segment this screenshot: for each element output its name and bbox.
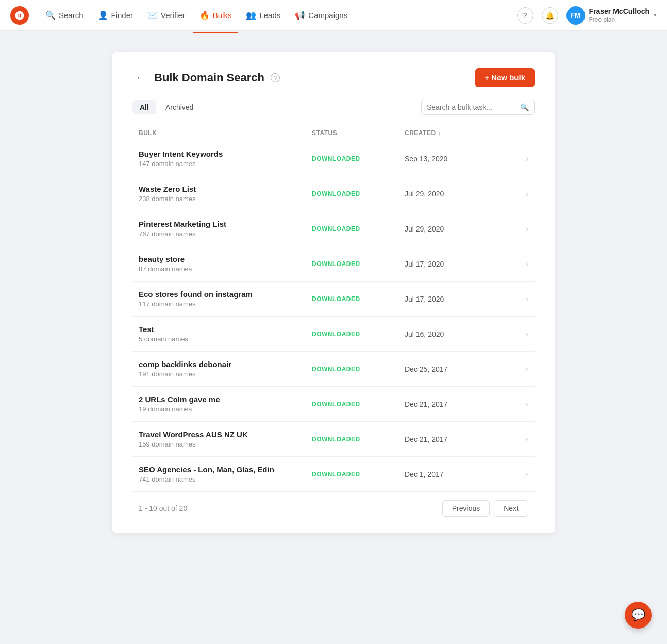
- row-chevron-icon: ›: [508, 259, 528, 269]
- leads-nav-icon: 👥: [246, 10, 256, 20]
- nav-label-leads: Leads: [259, 11, 280, 20]
- search-icon: 🔍: [520, 103, 529, 111]
- row-chevron-icon: ›: [508, 294, 528, 304]
- row-chevron-icon: ›: [508, 435, 528, 444]
- table-row[interactable]: Buyer Intent Keywords 147 domain names D…: [132, 141, 535, 176]
- search-input[interactable]: [427, 103, 517, 111]
- row-chevron-icon: ›: [508, 365, 528, 374]
- chat-bubble-button[interactable]: 💬: [625, 602, 652, 629]
- created-date: Dec 25, 2017: [405, 365, 508, 373]
- created-date: Jul 16, 2020: [405, 330, 508, 338]
- nav-item-campaigns[interactable]: 📢 Campaigns: [289, 6, 354, 24]
- col-created[interactable]: CREATED ↓: [405, 129, 508, 137]
- chat-icon: 💬: [631, 608, 645, 622]
- avatar: FM: [566, 6, 585, 25]
- created-date: Dec 21, 2017: [405, 400, 508, 408]
- bulk-count: 147 domain names: [139, 160, 312, 168]
- help-button[interactable]: ?: [517, 7, 533, 24]
- bulk-name: Test: [139, 325, 312, 334]
- app-logo[interactable]: [10, 6, 29, 25]
- bulk-name: Travel WordPress AUS NZ UK: [139, 430, 312, 439]
- status-badge: DOWNLOADED: [312, 331, 405, 338]
- status-badge: DOWNLOADED: [312, 295, 405, 303]
- table-row[interactable]: Waste Zero List 238 domain names DOWNLOA…: [132, 176, 535, 211]
- table-row[interactable]: comp backlinks debonair 191 domain names…: [132, 352, 535, 387]
- table-row[interactable]: Travel WordPress AUS NZ UK 159 domain na…: [132, 422, 535, 457]
- search-box: 🔍: [421, 100, 535, 115]
- page-header-left: ← Bulk Domain Search ?: [132, 70, 280, 86]
- bulk-name: Waste Zero List: [139, 185, 312, 193]
- nav-label-campaigns: Campaigns: [308, 11, 347, 20]
- bulk-count: 5 domain names: [139, 335, 312, 343]
- previous-button[interactable]: Previous: [442, 500, 490, 517]
- created-date: Dec 1, 2017: [405, 470, 508, 478]
- col-action: [508, 129, 528, 137]
- tabs-row: All Archived 🔍: [132, 100, 535, 115]
- page-title: Bulk Domain Search: [154, 71, 264, 85]
- status-badge: DOWNLOADED: [312, 190, 405, 197]
- next-button[interactable]: Next: [494, 500, 528, 517]
- table-row[interactable]: SEO Agencies - Lon, Man, Glas, Edin 741 …: [132, 457, 535, 492]
- created-date: Jul 17, 2020: [405, 260, 508, 268]
- bulk-count: 87 domain names: [139, 265, 312, 273]
- nav-item-finder[interactable]: 👤 Finder: [92, 6, 140, 24]
- bulk-name: 2 URLs Colm gave me: [139, 395, 312, 404]
- status-badge: DOWNLOADED: [312, 260, 405, 268]
- table-row[interactable]: beauty store 87 domain names DOWNLOADED …: [132, 246, 535, 282]
- status-badge: DOWNLOADED: [312, 471, 405, 478]
- pagination-row: 1 - 10 out of 20 Previous Next: [132, 492, 535, 517]
- main-content: ← Bulk Domain Search ? + New bulk All Ar…: [0, 31, 667, 554]
- bulk-name: comp backlinks debonair: [139, 360, 312, 369]
- bulk-container: ← Bulk Domain Search ? + New bulk All Ar…: [112, 52, 555, 533]
- row-chevron-icon: ›: [508, 400, 528, 409]
- row-chevron-icon: ›: [508, 224, 528, 234]
- user-plan: Free plan: [589, 16, 649, 24]
- nav-label-finder: Finder: [111, 11, 134, 20]
- new-bulk-button[interactable]: + New bulk: [475, 68, 535, 87]
- row-chevron-icon: ›: [508, 329, 528, 339]
- created-date: Jul 17, 2020: [405, 295, 508, 303]
- col-bulk: BULK: [139, 129, 312, 137]
- bulk-count: 741 domain names: [139, 475, 312, 483]
- nav-item-verifier[interactable]: ✉️ Verifier: [141, 6, 191, 24]
- user-name: Fraser McCulloch: [589, 7, 649, 16]
- nav-right: ? 🔔 FM Fraser McCulloch Free plan ▾: [517, 6, 657, 25]
- table-row[interactable]: Pinterest Marketing List 767 domain name…: [132, 211, 535, 246]
- bulk-name: beauty store: [139, 255, 312, 263]
- user-details: Fraser McCulloch Free plan: [589, 7, 649, 24]
- user-menu[interactable]: FM Fraser McCulloch Free plan ▾: [566, 6, 657, 25]
- tab-all[interactable]: All: [132, 100, 156, 114]
- search-nav-icon: 🔍: [45, 10, 56, 20]
- page-header: ← Bulk Domain Search ? + New bulk: [132, 68, 535, 87]
- table-row[interactable]: Eco stores found on instagram 117 domain…: [132, 282, 535, 317]
- nav-item-bulks[interactable]: 🔥 Bulks: [193, 6, 238, 24]
- status-badge: DOWNLOADED: [312, 155, 405, 162]
- bulk-count: 191 domain names: [139, 370, 312, 378]
- tab-archived[interactable]: Archived: [158, 100, 201, 114]
- help-circle-icon[interactable]: ?: [271, 73, 280, 82]
- col-status: STATUS: [312, 129, 405, 137]
- bulk-count: 159 domain names: [139, 440, 312, 448]
- navbar: 🔍 Search 👤 Finder ✉️ Verifier 🔥 Bulks 👥 …: [0, 0, 667, 31]
- created-date: Jul 29, 2020: [405, 190, 508, 198]
- table-header: BULK STATUS CREATED ↓: [132, 125, 535, 141]
- created-date: Sep 13, 2020: [405, 155, 508, 163]
- table-row[interactable]: Test 5 domain names DOWNLOADED Jul 16, 2…: [132, 317, 535, 352]
- finder-nav-icon: 👤: [98, 10, 108, 20]
- nav-item-search[interactable]: 🔍 Search: [39, 6, 90, 24]
- nav-items: 🔍 Search 👤 Finder ✉️ Verifier 🔥 Bulks 👥 …: [39, 6, 517, 24]
- campaigns-nav-icon: 📢: [295, 10, 305, 20]
- status-badge: DOWNLOADED: [312, 225, 405, 233]
- bulk-name: Eco stores found on instagram: [139, 290, 312, 299]
- pagination-info: 1 - 10 out of 20: [139, 504, 187, 513]
- bulk-name: SEO Agencies - Lon, Man, Glas, Edin: [139, 465, 312, 474]
- bulk-count: 19 domain names: [139, 405, 312, 413]
- bulk-name: Pinterest Marketing List: [139, 220, 312, 228]
- notifications-button[interactable]: 🔔: [542, 7, 558, 24]
- bulk-count: 238 domain names: [139, 195, 312, 203]
- verifier-nav-icon: ✉️: [147, 10, 158, 20]
- nav-label-verifier: Verifier: [161, 11, 185, 20]
- table-row[interactable]: 2 URLs Colm gave me 19 domain names DOWN…: [132, 387, 535, 422]
- nav-item-leads[interactable]: 👥 Leads: [240, 6, 287, 24]
- back-button[interactable]: ←: [132, 70, 148, 86]
